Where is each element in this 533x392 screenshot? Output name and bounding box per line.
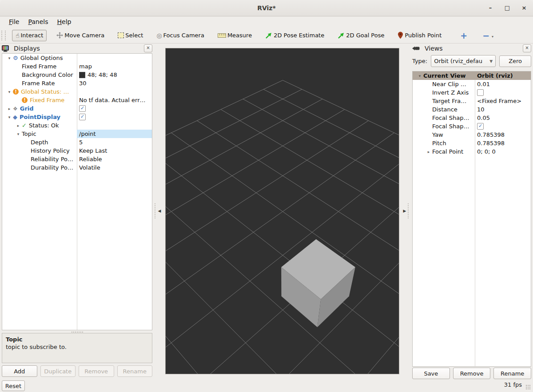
toolbar-drag-handle[interactable] <box>1 31 6 40</box>
menu-help[interactable]: Help <box>53 17 76 26</box>
property-value-cell[interactable]: 0.785398 <box>475 131 531 139</box>
expander-icon[interactable]: ▸ <box>425 150 432 154</box>
collapse-right-icon[interactable]: ▶ <box>402 205 408 217</box>
save-button[interactable]: Save <box>412 368 450 379</box>
property-value-cell[interactable]: Volatile <box>77 163 152 172</box>
menu-file[interactable]: File <box>4 17 24 26</box>
reset-button[interactable]: Reset <box>2 380 25 391</box>
property-value-cell[interactable]: Reliable <box>77 155 152 163</box>
add-button[interactable]: Add <box>2 365 37 377</box>
expander-icon[interactable]: ▸ <box>6 107 13 111</box>
tree-row-durability-po[interactable]: Durability Po…Volatile <box>2 163 152 172</box>
displays-tree[interactable]: ▾⚙Global OptionsFixed FramemapBackground… <box>2 53 152 330</box>
right-splitter[interactable]: ▶ <box>402 203 410 218</box>
tree-row-frame-rate[interactable]: Frame Rate30 <box>2 79 152 87</box>
property-value-cell[interactable]: 0; 0; 0 <box>475 147 531 156</box>
tree-row-grid[interactable]: ▸❖Grid✓ <box>2 104 152 113</box>
tool-label: 2D Goal Pose <box>346 32 384 39</box>
zero-button[interactable]: Zero <box>499 55 531 67</box>
left-splitter[interactable]: ◀ <box>155 203 163 218</box>
views-tree[interactable]: ▾Current ViewOrbit (rviz)Near Clip …0.01… <box>412 71 531 367</box>
tool-publish-point[interactable]: Publish Point <box>394 29 445 41</box>
tree-row-target-fra[interactable]: Target Fra…<Fixed Frame> <box>413 97 531 105</box>
tree-row-fixed-frame[interactable]: !Fixed FrameNo tf data. Actual err… <box>2 96 152 104</box>
property-label: Frame Rate <box>22 80 55 87</box>
tree-row-focal-shap[interactable]: Focal Shap…✓ <box>413 122 531 131</box>
menu-panels[interactable]: Panels <box>24 17 52 26</box>
tree-row-pointdisplay[interactable]: ▾◆PointDisplay✓ <box>2 113 152 121</box>
remove-tool-button[interactable]: − ▾ <box>479 30 497 41</box>
property-value-cell <box>77 54 152 62</box>
expander-icon[interactable]: ▾ <box>416 74 423 78</box>
minimize-icon[interactable]: – <box>487 4 494 12</box>
grid-line <box>166 146 399 374</box>
property-value-cell[interactable]: 10 <box>475 105 531 114</box>
tree-row-global-options[interactable]: ▾⚙Global Options <box>2 54 152 62</box>
property-value-cell[interactable]: ✓ <box>77 113 152 121</box>
tree-row-background-color[interactable]: Background Color48; 48; 48 <box>2 71 152 79</box>
add-tool-button[interactable]: + <box>457 30 471 41</box>
close-icon[interactable]: × <box>521 4 528 12</box>
property-value-cell[interactable]: No tf data. Actual err… <box>77 96 152 104</box>
tool-focus-camera[interactable]: ◎Focus Camera <box>153 30 208 41</box>
view-type-select[interactable]: Orbit (rviz_defau ▼ <box>431 55 496 67</box>
tree-row-invert-z-axis[interactable]: Invert Z Axis <box>413 88 531 97</box>
expander-icon[interactable]: ▾ <box>6 90 13 94</box>
expander-icon[interactable]: ▾ <box>15 132 22 136</box>
views-panel-header[interactable]: Views × <box>412 44 531 53</box>
tree-row-focal-shap[interactable]: Focal Shap…0.05 <box>413 114 531 122</box>
tool-measure[interactable]: Measure <box>214 30 255 41</box>
collapse-left-icon[interactable]: ◀ <box>156 205 163 217</box>
3d-viewport[interactable] <box>165 48 399 374</box>
tree-row-fixed-frame[interactable]: Fixed Framemap <box>2 62 152 71</box>
tool-2d-pose-estimate[interactable]: 2D Pose Estimate <box>262 30 328 41</box>
resize-grip[interactable] <box>525 384 531 390</box>
tool-2d-goal-pose[interactable]: 2D Goal Pose <box>334 30 388 41</box>
property-value-cell[interactable]: 5 <box>77 138 152 147</box>
tree-row-focal-point[interactable]: ▸Focal Point0; 0; 0 <box>413 147 531 156</box>
tool-interact[interactable]: ☝Interact <box>12 30 47 41</box>
tree-row-depth[interactable]: Depth5 <box>2 138 152 147</box>
property-value-cell[interactable]: 0.01 <box>475 80 531 88</box>
property-value-cell[interactable] <box>475 88 531 97</box>
maximize-icon[interactable]: □ <box>504 4 511 12</box>
title-bar[interactable]: RViz* – □ × <box>0 0 533 16</box>
tree-row-topic[interactable]: ▾Topic/point <box>2 130 152 138</box>
tree-row-reliability-po[interactable]: Reliability Po…Reliable <box>2 155 152 163</box>
property-value-cell[interactable]: 48; 48; 48 <box>77 71 152 79</box>
expander-icon[interactable]: ▸ <box>15 123 22 128</box>
property-value-cell[interactable]: <Fixed Frame> <box>475 97 531 105</box>
checkbox[interactable]: ✓ <box>79 114 86 120</box>
property-value-cell[interactable]: ✓ <box>475 122 531 131</box>
property-value-cell[interactable]: ✓ <box>77 104 152 113</box>
tree-row-pitch[interactable]: Pitch0.785398 <box>413 139 531 147</box>
property-value-cell[interactable]: map <box>77 62 152 71</box>
displays-close-icon[interactable]: × <box>144 44 152 52</box>
tree-row-distance[interactable]: Distance10 <box>413 105 531 114</box>
remove-button[interactable]: Remove <box>453 368 491 379</box>
tree-row-near-clip[interactable]: Near Clip …0.01 <box>413 80 531 88</box>
checkbox[interactable]: ✓ <box>79 105 86 112</box>
expander-icon[interactable]: ▾ <box>6 56 13 60</box>
property-value: 5 <box>79 139 83 146</box>
splitter-dots <box>408 203 410 218</box>
tree-row-status-ok[interactable]: ▸✓Status: Ok <box>2 121 152 130</box>
views-close-icon[interactable]: × <box>523 44 531 52</box>
checkbox[interactable]: ✓ <box>477 123 484 130</box>
tree-row-yaw[interactable]: Yaw0.785398 <box>413 131 531 139</box>
displays-panel-header[interactable]: Displays × <box>2 44 152 53</box>
rename-button[interactable]: Rename <box>493 368 531 379</box>
tree-row-history-policy[interactable]: History PolicyKeep Last <box>2 147 152 155</box>
tool-move-camera[interactable]: Move Camera <box>53 30 108 41</box>
tool-select[interactable]: Select <box>114 30 147 41</box>
property-value-cell[interactable]: 0.785398 <box>475 139 531 147</box>
expander-icon[interactable]: ▾ <box>6 115 13 119</box>
property-value-cell[interactable]: 30 <box>77 79 152 87</box>
property-value-cell[interactable]: Keep Last <box>77 147 152 155</box>
property-value-cell[interactable]: /point <box>77 130 152 138</box>
property-value-cell[interactable]: Orbit (rviz) <box>475 71 531 80</box>
tree-row-current-view[interactable]: ▾Current ViewOrbit (rviz) <box>413 71 531 80</box>
property-value-cell[interactable]: 0.05 <box>475 114 531 122</box>
tree-row-global-status[interactable]: ▾!Global Status: … <box>2 87 152 96</box>
checkbox[interactable] <box>477 89 484 96</box>
